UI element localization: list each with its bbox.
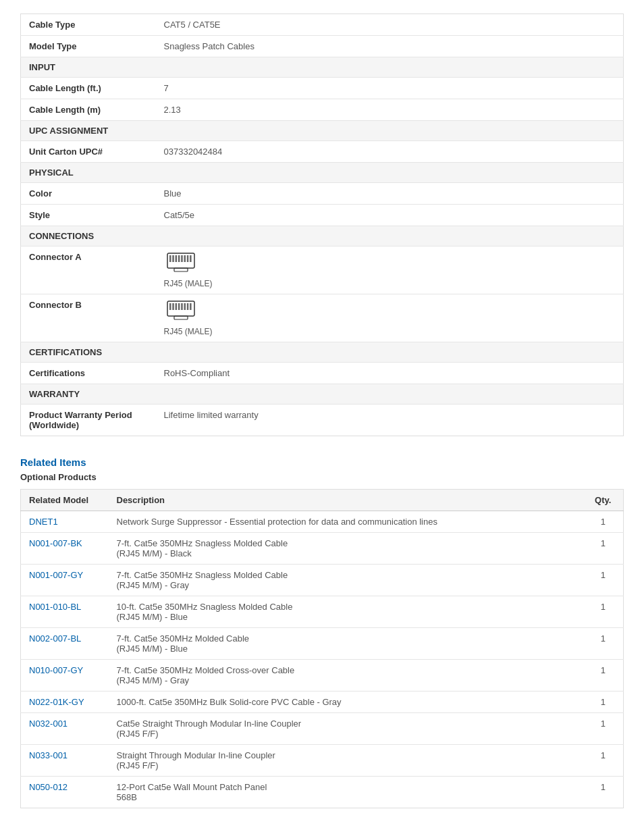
related-item-row: N010-007-GY7-ft. Cat5e 350MHz Molded Cro… xyxy=(21,660,624,692)
qty-column-header: Qty. xyxy=(583,490,624,511)
related-qty-cell: 1 xyxy=(583,565,624,596)
svg-rect-12 xyxy=(172,303,173,310)
specs-value: Snagless Patch Cables xyxy=(156,36,624,57)
svg-rect-3 xyxy=(175,255,177,262)
related-model-link[interactable]: N010-007-GY xyxy=(29,665,83,675)
svg-rect-2 xyxy=(172,255,173,262)
specs-value: 7 xyxy=(156,78,624,99)
related-model-link[interactable]: N001-010-BL xyxy=(29,602,81,612)
related-item-row: N001-007-BK7-ft. Cat5e 350MHz Snagless M… xyxy=(21,533,624,565)
svg-rect-16 xyxy=(184,303,186,310)
connector-icon xyxy=(164,252,198,276)
specs-row: StyleCat5/5e xyxy=(21,205,624,226)
related-qty-cell: 1 xyxy=(583,628,624,660)
related-model-cell[interactable]: N033-001 xyxy=(21,745,109,777)
related-item-row: DNET1Network Surge Suppressor - Essentia… xyxy=(21,511,624,533)
specs-value: RJ45 (MALE) xyxy=(156,246,624,294)
related-qty-cell: 1 xyxy=(583,692,624,713)
related-item-row: N001-010-BL10-ft. Cat5e 350MHz Snagless … xyxy=(21,596,624,628)
specs-value: Blue xyxy=(156,183,624,205)
specs-row: Cable Length (ft.)7 xyxy=(21,78,624,99)
svg-rect-8 xyxy=(190,255,192,262)
specs-label: Cable Type xyxy=(21,14,156,36)
specs-label: Cable Length (ft.) xyxy=(21,78,156,99)
specs-label: Cable Length (m) xyxy=(21,99,156,121)
svg-rect-15 xyxy=(181,303,183,310)
related-model-cell[interactable]: N001-007-BK xyxy=(21,533,109,565)
optional-products-label: Optional Products xyxy=(20,472,624,482)
specs-row: Cable Length (m)2.13 xyxy=(21,99,624,121)
related-item-row: N022-01K-GY1000-ft. Cat5e 350MHz Bulk So… xyxy=(21,692,624,713)
related-items-table: Related Model Description Qty. DNET1Netw… xyxy=(20,489,624,808)
specs-value: RJ45 (MALE) xyxy=(156,294,624,342)
specs-section-header: CERTIFICATIONS xyxy=(21,342,624,363)
specs-section-header: INPUT xyxy=(21,57,624,78)
related-description-cell: 10-ft. Cat5e 350MHz Snagless Molded Cabl… xyxy=(109,596,583,628)
specs-row: Unit Carton UPC#037332042484 xyxy=(21,141,624,163)
related-model-link[interactable]: N001-007-GY xyxy=(29,570,83,580)
specs-label: Unit Carton UPC# xyxy=(21,141,156,163)
specs-value: RoHS-Compliant xyxy=(156,363,624,384)
related-item-row: N001-007-GY7-ft. Cat5e 350MHz Snagless M… xyxy=(21,565,624,596)
specs-table: Cable TypeCAT5 / CAT5EModel TypeSnagless… xyxy=(20,14,624,436)
specs-row: Product Warranty Period (Worldwide)Lifet… xyxy=(21,405,624,436)
related-qty-cell: 1 xyxy=(583,596,624,628)
related-qty-cell: 1 xyxy=(583,511,624,533)
related-model-cell[interactable]: N050-012 xyxy=(21,777,109,808)
model-column-header: Related Model xyxy=(21,490,109,511)
related-description-cell: 1000-ft. Cat5e 350MHz Bulk Solid-core PV… xyxy=(109,692,583,713)
related-description-cell: 7-ft. Cat5e 350MHz Molded Cross-over Cab… xyxy=(109,660,583,692)
related-description-cell: Network Surge Suppressor - Essential pro… xyxy=(109,511,583,533)
related-model-cell[interactable]: N001-010-BL xyxy=(21,596,109,628)
related-qty-cell: 1 xyxy=(583,660,624,692)
specs-value: 2.13 xyxy=(156,99,624,121)
related-model-cell[interactable]: N001-007-GY xyxy=(21,565,109,596)
specs-row: CertificationsRoHS-Compliant xyxy=(21,363,624,384)
related-model-link[interactable]: N022-01K-GY xyxy=(29,697,84,707)
related-description-cell: Straight Through Modular In-line Coupler… xyxy=(109,745,583,777)
specs-label: Style xyxy=(21,205,156,226)
related-model-link[interactable]: N001-007-BK xyxy=(29,538,82,548)
specs-section-header: UPC ASSIGNMENT xyxy=(21,121,624,141)
related-model-cell[interactable]: N010-007-GY xyxy=(21,660,109,692)
related-description-cell: 7-ft. Cat5e 350MHz Molded Cable(RJ45 M/M… xyxy=(109,628,583,660)
specs-row: Connector ARJ45 (MALE) xyxy=(21,246,624,294)
related-description-cell: 12-Port Cat5e Wall Mount Patch Panel568B xyxy=(109,777,583,808)
specs-value: CAT5 / CAT5E xyxy=(156,14,624,36)
related-item-row: N002-007-BL7-ft. Cat5e 350MHz Molded Cab… xyxy=(21,628,624,660)
specs-label: Product Warranty Period (Worldwide) xyxy=(21,405,156,436)
related-model-link[interactable]: N002-007-BL xyxy=(29,633,81,644)
description-column-header: Description xyxy=(109,490,583,511)
specs-section-header: PHYSICAL xyxy=(21,163,624,183)
specs-label: Certifications xyxy=(21,363,156,384)
related-items-title: Related Items xyxy=(20,457,624,468)
related-model-cell[interactable]: N032-001 xyxy=(21,713,109,745)
related-description-cell: 7-ft. Cat5e 350MHz Snagless Molded Cable… xyxy=(109,565,583,596)
related-description-cell: Cat5e Straight Through Modular In-line C… xyxy=(109,713,583,745)
specs-value: Lifetime limited warranty xyxy=(156,405,624,436)
svg-rect-5 xyxy=(181,255,183,262)
specs-row: Cable TypeCAT5 / CAT5E xyxy=(21,14,624,36)
related-model-cell[interactable]: N022-01K-GY xyxy=(21,692,109,713)
related-items-section: Related Items Optional Products Related … xyxy=(20,457,624,808)
specs-label: Color xyxy=(21,183,156,205)
related-model-link[interactable]: N033-001 xyxy=(29,750,68,760)
specs-row: Connector BRJ45 (MALE) xyxy=(21,294,624,342)
specs-label: Model Type xyxy=(21,36,156,57)
specs-section-header: CONNECTIONS xyxy=(21,226,624,246)
related-model-link[interactable]: DNET1 xyxy=(29,517,58,527)
related-model-cell[interactable]: N002-007-BL xyxy=(21,628,109,660)
specs-label: Connector B xyxy=(21,294,156,342)
svg-rect-6 xyxy=(184,255,186,262)
svg-rect-14 xyxy=(178,303,180,310)
svg-rect-18 xyxy=(190,303,192,310)
related-model-link[interactable]: N032-001 xyxy=(29,719,68,729)
svg-rect-13 xyxy=(175,303,177,310)
svg-rect-1 xyxy=(169,255,171,262)
specs-value: 037332042484 xyxy=(156,141,624,163)
svg-rect-7 xyxy=(186,255,188,262)
related-qty-cell: 1 xyxy=(583,777,624,808)
related-model-link[interactable]: N050-012 xyxy=(29,782,68,792)
related-model-cell[interactable]: DNET1 xyxy=(21,511,109,533)
related-item-row: N050-01212-Port Cat5e Wall Mount Patch P… xyxy=(21,777,624,808)
